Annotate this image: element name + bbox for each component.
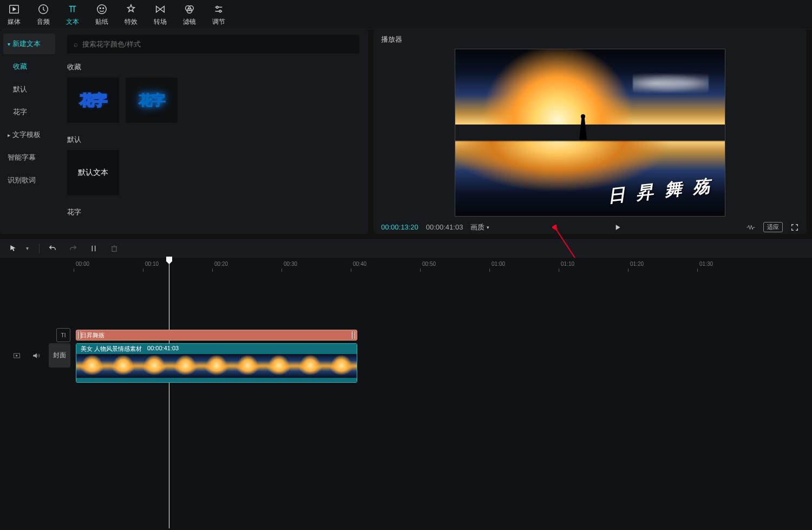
- search-input[interactable]: [82, 40, 353, 48]
- playhead[interactable]: [169, 258, 169, 528]
- side-label: 新建文本: [12, 39, 41, 49]
- preview-canvas[interactable]: 日 昇 舞 殇: [455, 49, 725, 217]
- filter-icon: [184, 3, 195, 15]
- fit-button[interactable]: 适应: [763, 222, 783, 232]
- timecode-total: 00:00:41:03: [426, 223, 463, 231]
- ruler-tick: 01:00: [492, 261, 505, 267]
- text-track-icon[interactable]: TI: [56, 328, 70, 342]
- player-controls: 00:00:13:20 00:00:41:03 画质▾ 适应: [381, 217, 799, 232]
- side-menu: ▾新建文本 收藏 默认 花字 ▸文字模板 智能字幕 识别歌词: [0, 29, 58, 234]
- nav-label: 文本: [66, 17, 79, 27]
- nav-label: 音频: [37, 17, 50, 27]
- svg-point-2: [97, 5, 107, 14]
- mute-button[interactable]: [29, 349, 43, 363]
- ruler-tick: 00:20: [214, 261, 228, 267]
- ruler-tick: 00:30: [284, 261, 297, 267]
- play-button[interactable]: [613, 223, 622, 232]
- tool-dropdown[interactable]: ▾: [26, 245, 34, 251]
- timeline[interactable]: 00:00 00:10 00:20 00:30 00:40 00:50 01:0…: [0, 258, 812, 528]
- thumb-default-text[interactable]: 默认文本: [67, 150, 119, 195]
- undo-button[interactable]: [45, 241, 60, 256]
- redo-button[interactable]: [66, 241, 81, 256]
- sidebar-item-huazi[interactable]: 花字: [3, 102, 55, 122]
- nav-sticker[interactable]: 贴纸: [95, 3, 108, 27]
- nav-text[interactable]: 文本: [66, 3, 79, 27]
- thumb-huazi-green[interactable]: 花字: [67, 77, 119, 123]
- svg-rect-11: [112, 246, 116, 251]
- track-text: TI 日昇舞殇: [0, 328, 812, 342]
- sidebar-item-default[interactable]: 默认: [3, 79, 55, 100]
- nav-label: 媒体: [8, 17, 21, 27]
- chevron-down-icon: ▾: [487, 225, 489, 230]
- player-title: 播放器: [381, 31, 799, 49]
- quality-select[interactable]: 画质▾: [470, 223, 489, 232]
- adjust-icon: [213, 3, 225, 15]
- video-track-icon[interactable]: [10, 349, 24, 363]
- text-icon: [67, 3, 78, 15]
- audio-icon: [37, 3, 49, 15]
- nav-adjust[interactable]: 调节: [212, 3, 225, 27]
- sticker-icon: [96, 3, 108, 15]
- text-clip[interactable]: 日昇舞殇: [76, 330, 357, 341]
- timeline-toolbar: ▾: [0, 238, 812, 258]
- nav-label: 转场: [154, 17, 167, 27]
- preview-figure: [579, 114, 587, 141]
- fullscreen-button[interactable]: [790, 223, 799, 232]
- sidebar-item-new-text[interactable]: ▾新建文本: [3, 34, 55, 54]
- ruler-tick: 01:10: [561, 261, 574, 267]
- thumb-text: 花字: [80, 91, 106, 110]
- side-label: 智能字幕: [8, 153, 36, 162]
- nav-media[interactable]: 媒体: [8, 3, 21, 27]
- time-ruler[interactable]: 00:00 00:10 00:20 00:30 00:40 00:50 01:0…: [76, 261, 812, 273]
- video-thumbnails: [76, 354, 357, 378]
- thumb-huazi-blue[interactable]: 花字: [126, 77, 178, 123]
- side-label: 收藏: [13, 62, 27, 71]
- text-clip-label: 日昇舞殇: [81, 332, 104, 338]
- video-clip-title: 美女 人物风景情感素材: [81, 345, 142, 353]
- section-title-fav: 收藏: [67, 62, 359, 72]
- search-box[interactable]: ⌕: [67, 35, 359, 54]
- browse-area: ⌕ 收藏 花字 花字 默认 默认文本 花字: [58, 29, 368, 234]
- top-nav: 媒体 音频 文本 贴纸 特效 转场 滤镜 调节: [0, 0, 812, 29]
- nav-label: 调节: [212, 17, 225, 27]
- cursor-tool[interactable]: [5, 241, 21, 256]
- svg-point-4: [103, 8, 104, 9]
- effect-icon: [125, 3, 137, 15]
- cover-button[interactable]: 封面: [49, 343, 70, 368]
- ruler-tick: 00:50: [422, 261, 436, 267]
- timecode-current: 00:00:13:20: [381, 223, 418, 231]
- side-label: 识别歌词: [8, 175, 36, 185]
- svg-point-8: [216, 6, 218, 9]
- sidebar-item-lyrics[interactable]: 识别歌词: [3, 170, 55, 191]
- sidebar-item-template[interactable]: ▸文字模板: [3, 125, 55, 145]
- ruler-tick: 01:20: [630, 261, 644, 267]
- nav-effect[interactable]: 特效: [125, 3, 137, 27]
- ruler-tick: 00:40: [353, 261, 366, 267]
- thumb-text: 花字: [139, 91, 165, 110]
- delete-button[interactable]: [107, 241, 122, 256]
- side-label: 花字: [13, 107, 27, 117]
- ruler-tick: 00:10: [145, 261, 159, 267]
- video-clip[interactable]: 美女 人物风景情感素材 00:00:41:03: [76, 343, 357, 383]
- sidebar-item-fav[interactable]: 收藏: [3, 56, 55, 77]
- svg-point-9: [219, 10, 221, 12]
- player-panel: 播放器 日 昇 舞 殇 00:00:13:20 00:00:41:03 画质▾ …: [374, 29, 807, 234]
- waveform-button[interactable]: [746, 224, 756, 231]
- nav-label: 滤镜: [183, 17, 196, 27]
- section-title-huazi: 花字: [67, 207, 359, 217]
- side-label: 默认: [13, 84, 27, 94]
- nav-label: 特效: [125, 17, 137, 27]
- nav-transition[interactable]: 转场: [154, 3, 167, 27]
- transition-icon: [154, 3, 166, 15]
- sidebar-item-subtitle[interactable]: 智能字幕: [3, 147, 55, 168]
- split-button[interactable]: [86, 241, 101, 256]
- side-label: 文字模板: [12, 130, 41, 140]
- ruler-tick: 01:30: [699, 261, 713, 267]
- left-panel: ▾新建文本 收藏 默认 花字 ▸文字模板 智能字幕 识别歌词 ⌕ 收藏 花字 花…: [0, 29, 368, 234]
- svg-point-3: [100, 8, 101, 9]
- media-icon: [8, 3, 20, 15]
- nav-audio[interactable]: 音频: [37, 3, 50, 27]
- video-clip-duration: 00:00:41:03: [147, 345, 179, 353]
- ruler-tick: 00:00: [76, 261, 89, 267]
- nav-filter[interactable]: 滤镜: [183, 3, 196, 27]
